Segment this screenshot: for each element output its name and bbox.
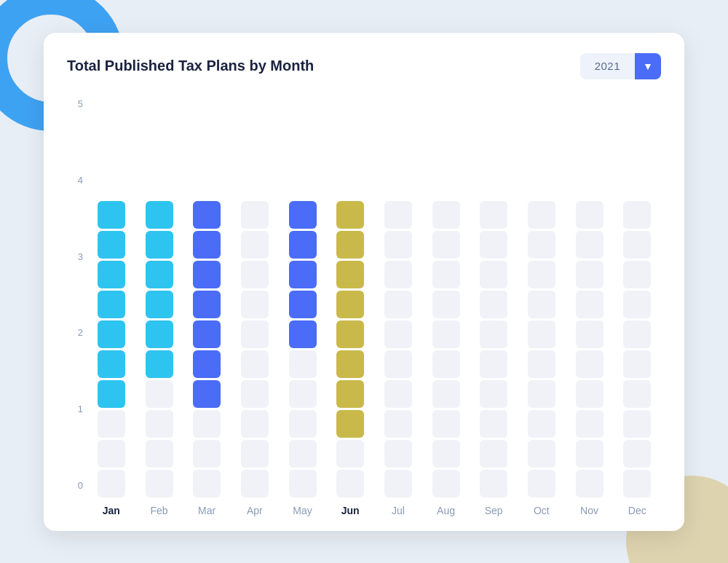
chart-body: JanFebMarAprMayJunJulAugSepOctNovDec — [87, 97, 661, 516]
bar-group-may — [279, 97, 327, 497]
bar-cell — [146, 440, 173, 468]
bar-cell — [98, 261, 125, 288]
bar-cell — [98, 410, 125, 438]
bar-cell — [432, 350, 460, 378]
bar-cell — [146, 410, 173, 438]
bar-cell — [146, 320, 173, 348]
bar-cell — [98, 291, 125, 318]
x-axis-label-dec: Dec — [613, 505, 661, 516]
bar-cell — [289, 231, 317, 259]
bar-cell — [384, 470, 412, 497]
bar-group-feb — [135, 97, 183, 497]
bar-cell — [336, 440, 364, 468]
bar-cell — [480, 410, 507, 438]
bar-cell — [384, 261, 412, 288]
bar-cell — [480, 231, 507, 259]
bar-cell — [193, 350, 221, 378]
bar-cell — [289, 470, 317, 497]
bar-cell — [289, 261, 317, 288]
bar-cell — [241, 291, 269, 318]
bar-cell — [336, 291, 364, 318]
bar-cell — [336, 350, 364, 378]
bar-cell — [623, 261, 651, 288]
bar-cell — [432, 380, 460, 408]
x-axis-label-apr: Apr — [231, 505, 279, 516]
bar-cell — [623, 201, 651, 229]
bar-cell — [98, 350, 125, 378]
x-axis-label-nov: Nov — [566, 505, 614, 516]
x-axis-label-aug: Aug — [422, 505, 470, 516]
y-axis-label: 1 — [67, 402, 87, 417]
bar-cell — [146, 470, 173, 497]
bar-cell — [576, 470, 604, 497]
bar-group-nov — [566, 97, 614, 497]
x-axis-label-feb: Feb — [135, 505, 183, 516]
bar-cell — [623, 350, 651, 378]
year-selector: 2021 ▼ — [580, 53, 661, 79]
bar-cell — [480, 470, 507, 497]
bar-cell — [146, 291, 173, 318]
bar-cell — [289, 201, 317, 229]
bar-cell — [241, 231, 269, 259]
bar-cell — [336, 410, 364, 438]
y-axis-label: 4 — [67, 173, 87, 187]
bar-cell — [528, 470, 555, 497]
bar-cell — [480, 201, 507, 229]
bar-cell — [432, 320, 460, 348]
bar-cell — [146, 261, 173, 288]
bar-cell — [289, 410, 317, 438]
bar-group-jun — [326, 97, 374, 497]
bar-cell — [289, 350, 317, 378]
bar-cell — [146, 201, 173, 229]
bar-cell — [241, 261, 269, 288]
bar-cell — [146, 350, 173, 378]
bar-cell — [576, 231, 604, 259]
bar-cell — [241, 320, 269, 348]
bar-cell — [193, 201, 221, 229]
bar-group-dec — [613, 97, 661, 497]
bar-group-apr — [231, 97, 279, 497]
bar-cell — [432, 470, 460, 497]
bar-cell — [193, 410, 221, 438]
bar-cell — [336, 261, 364, 288]
bar-cell — [146, 231, 173, 259]
bar-cell — [576, 201, 604, 229]
bar-cell — [528, 440, 555, 468]
bar-cell — [432, 410, 460, 438]
year-dropdown-button[interactable]: ▼ — [635, 53, 661, 79]
bar-cell — [98, 201, 125, 229]
bar-cell — [623, 231, 651, 259]
bar-cell — [432, 291, 460, 318]
bar-cell — [193, 380, 221, 408]
bar-cell — [623, 291, 651, 318]
chart-card: Total Published Tax Plans by Month 2021 … — [44, 33, 684, 531]
bar-cell — [146, 380, 173, 408]
bar-cell — [384, 201, 412, 229]
card-title: Total Published Tax Plans by Month — [67, 58, 314, 74]
bar-cell — [432, 261, 460, 288]
y-axis: 012345 — [67, 97, 87, 516]
chart-area: 012345 JanFebMarAprMayJunJulAugSepOctNov… — [67, 97, 661, 516]
bar-cell — [576, 291, 604, 318]
bar-cell — [528, 410, 555, 438]
y-axis-label: 2 — [67, 326, 87, 340]
bar-cell — [528, 231, 555, 259]
bar-cell — [289, 320, 317, 348]
bar-group-jul — [374, 97, 422, 497]
bar-cell — [336, 470, 364, 497]
bar-cell — [528, 291, 555, 318]
bar-cell — [384, 231, 412, 259]
bar-cell — [528, 261, 555, 288]
bar-cell — [480, 320, 507, 348]
bar-cell — [98, 231, 125, 259]
bar-cell — [480, 380, 507, 408]
bar-cell — [384, 440, 412, 468]
bar-cell — [336, 201, 364, 229]
bar-cell — [98, 440, 125, 468]
bar-cell — [241, 380, 269, 408]
bar-cell — [289, 291, 317, 318]
bar-cell — [432, 231, 460, 259]
bar-cell — [576, 261, 604, 288]
bar-cell — [480, 440, 507, 468]
x-axis-label-jun: Jun — [326, 505, 374, 516]
